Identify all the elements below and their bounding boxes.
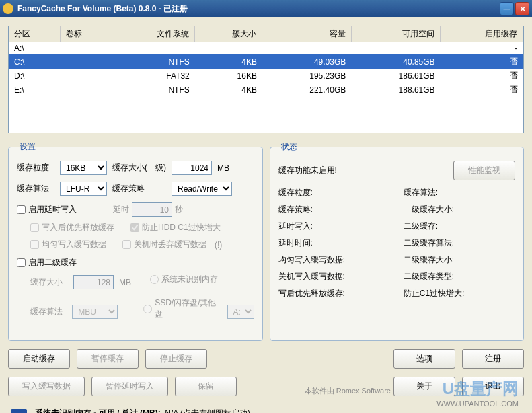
watermark-url: WWW.UPANTOOL.COM: [436, 400, 519, 408]
l2algo-select: MBU: [72, 305, 118, 319]
options-button[interactable]: 选项: [393, 349, 455, 369]
delay-label: 延时: [113, 204, 129, 215]
status-item: 一级缓存大小:: [404, 204, 515, 215]
size-unit: MB: [217, 163, 229, 173]
size-input[interactable]: [172, 161, 212, 175]
delay-input: [132, 202, 172, 217]
prevent-checkbox: [130, 223, 139, 232]
ssd-radio: [143, 305, 152, 313]
status-item: 缓存粒度:: [278, 187, 390, 198]
l2size-unit: MB: [119, 278, 131, 287]
volume-table: 分区卷标文件系统簇大小容量可用空间启用缓存 A:\-C:\NTFS4KB49.0…: [9, 26, 523, 97]
status-panel: 状态 缓存功能未启用! 性能监视 缓存粒度:缓存算法:缓存策略:一级缓存大小:延…: [270, 141, 525, 341]
perf-button: 性能监视: [453, 161, 515, 180]
watermark: U盘量产网: [443, 378, 519, 400]
size-label: 缓存大小(一级): [112, 162, 166, 174]
register-button[interactable]: 注册: [462, 349, 524, 369]
help-icon[interactable]: (!): [215, 240, 222, 250]
unrecog-radio: [150, 275, 159, 284]
l2size-label: 缓存大小: [30, 276, 68, 288]
table-row[interactable]: E:\NTFS4KB221.40GB188.61GB否: [9, 83, 523, 97]
table-row[interactable]: D:\FAT3216KB195.23GB186.61GB否: [9, 69, 523, 83]
unrecog-label: 系统未识别内存: [161, 274, 218, 285]
l2algo-label: 缓存算法: [30, 306, 67, 317]
pause-button: 暂停缓存: [77, 349, 139, 369]
column-header[interactable]: 启用缓存: [441, 26, 523, 42]
discard-label: 关机时丢弃缓写数据: [134, 239, 206, 250]
window-title: FancyCache For Volume (Beta) 0.8.0 - 已注册: [17, 3, 500, 15]
status-item: 二级缓存算法:: [404, 237, 515, 249]
ssd-drive-select: A:: [227, 305, 254, 319]
l2-label: 启用二级缓存: [28, 257, 77, 268]
column-header[interactable]: 容量: [262, 26, 351, 42]
footer-text: 本软件由 Romex Software: [305, 386, 391, 396]
algorithm-label: 缓存算法: [17, 183, 54, 194]
delay-unit: 秒: [175, 204, 183, 215]
status-item: 均匀写入缓写数据:: [278, 254, 390, 266]
keep-button: 保留: [175, 377, 237, 396]
memory-info: 系统未识别内存 - 可用 / 总计 (MB): N/A (点击左侧图标启动) 系…: [35, 407, 250, 413]
table-row[interactable]: A:\-: [9, 42, 523, 55]
minimize-button[interactable]: —: [500, 2, 514, 15]
status-item: 关机写入缓写数据:: [278, 271, 390, 283]
strategy-select[interactable]: Read/Write: [172, 182, 232, 196]
release-checkbox: [30, 223, 39, 232]
status-item: 延时写入:: [278, 221, 390, 232]
pause-defer-button: 暂停延时写入: [91, 377, 168, 396]
titlebar: FancyCache For Volume (Beta) 0.8.0 - 已注册…: [0, 0, 532, 17]
column-header[interactable]: 簇大小: [195, 26, 262, 42]
granularity-select[interactable]: 16KB: [60, 161, 107, 175]
ssd-label: SSD/闪存盘/其他盘: [155, 297, 221, 320]
granularity-label: 缓存粒度: [17, 162, 54, 174]
memory-icon[interactable]: [11, 409, 27, 413]
status-item: 缓存算法:: [404, 187, 515, 198]
write-button: 写入缓写数据: [8, 377, 85, 396]
status-item: 缓存策略:: [278, 204, 390, 215]
table-row[interactable]: C:\NTFS4KB49.03GB40.85GB否: [9, 54, 523, 69]
defer-checkbox[interactable]: [17, 205, 26, 214]
settings-panel: 设置 缓存粒度 16KB 缓存大小(一级) MB 缓存算法 LFU-R 缓存策略…: [8, 141, 263, 341]
status-legend: 状态: [278, 141, 300, 153]
l2-checkbox[interactable]: [17, 258, 26, 267]
status-item: 写后优先释放缓存:: [278, 288, 390, 299]
status-item: 二级缓存:: [404, 221, 515, 232]
status-item: 延时时间:: [278, 237, 390, 249]
release-label: 写入后优先释放缓存: [42, 222, 114, 233]
status-not-enabled: 缓存功能未启用!: [278, 165, 337, 176]
avg-label: 均匀写入缓写数据: [42, 239, 106, 250]
status-item: 防止C1过快增大:: [404, 288, 515, 299]
close-button[interactable]: ✕: [515, 2, 529, 15]
strategy-label: 缓存策略: [112, 183, 166, 194]
start-button[interactable]: 启动缓存: [8, 349, 70, 369]
status-item: 二级缓存大小:: [404, 254, 515, 266]
status-item: 二级缓存类型:: [404, 271, 515, 283]
stop-button: 停止缓存: [145, 349, 207, 369]
app-icon: [3, 3, 13, 14]
volume-table-wrap: 分区卷标文件系统簇大小容量可用空间启用缓存 A:\-C:\NTFS4KB49.0…: [8, 26, 524, 133]
l2size-input: [73, 275, 114, 289]
column-header[interactable]: 文件系统: [112, 26, 195, 42]
settings-legend: 设置: [17, 141, 38, 153]
algorithm-select[interactable]: LFU-R: [60, 182, 107, 196]
defer-label: 启用延时写入: [28, 204, 77, 215]
prevent-label: 防止HDD C1过快增大: [142, 222, 221, 233]
column-header[interactable]: 可用空间: [351, 26, 440, 42]
discard-checkbox: [122, 240, 131, 249]
column-header[interactable]: 卷标: [61, 26, 112, 42]
column-header[interactable]: 分区: [9, 26, 61, 42]
avg-checkbox: [30, 240, 39, 249]
